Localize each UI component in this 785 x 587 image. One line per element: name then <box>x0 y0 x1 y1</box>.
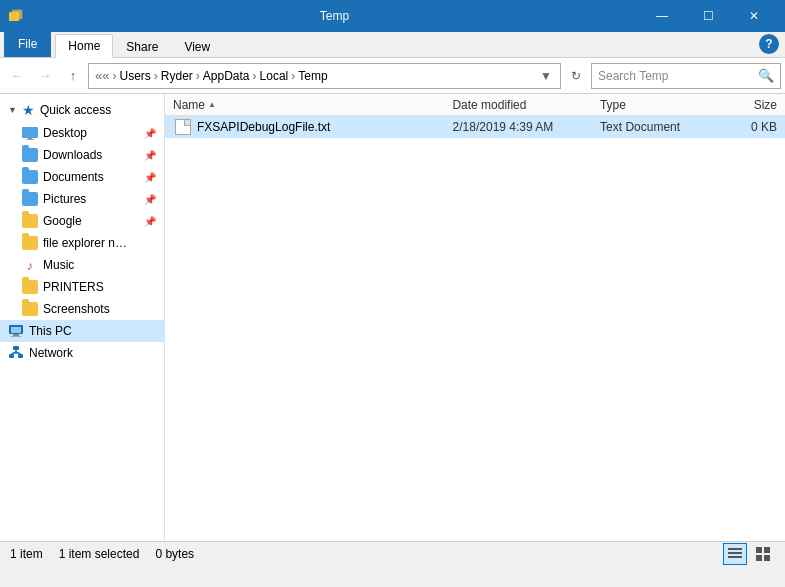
downloads-icon <box>22 147 38 163</box>
view-controls <box>723 543 775 565</box>
tab-share[interactable]: Share <box>113 35 171 58</box>
svg-rect-12 <box>18 354 23 358</box>
screenshots-icon <box>22 301 38 317</box>
tab-file[interactable]: File <box>4 31 51 57</box>
svg-rect-5 <box>26 139 34 140</box>
sidebar-label-desktop: Desktop <box>43 126 87 140</box>
pin-icon-downloads: 📌 <box>144 150 156 161</box>
desktop-icon <box>22 125 38 141</box>
sep5: › <box>291 69 295 83</box>
sidebar-item-network[interactable]: Network <box>0 342 164 364</box>
svg-rect-19 <box>756 547 762 553</box>
sep3: › <box>196 69 200 83</box>
minimize-button[interactable]: — <box>639 0 685 32</box>
col-header-size[interactable]: Size <box>718 98 777 112</box>
window-icon <box>8 8 24 24</box>
column-headers: Name ▲ Date modified Type Size <box>165 94 785 116</box>
sidebar-item-printers[interactable]: PRINTERS <box>0 276 164 298</box>
svg-rect-9 <box>11 336 21 337</box>
col-header-name[interactable]: Name ▲ <box>173 98 452 112</box>
sidebar-item-pictures[interactable]: Pictures 📌 <box>0 188 164 210</box>
svg-rect-17 <box>728 552 742 554</box>
network-icon <box>8 345 24 361</box>
address-dropdown-button[interactable]: ▼ <box>538 69 554 83</box>
sidebar-item-screenshots[interactable]: Screenshots <box>0 298 164 320</box>
svg-rect-18 <box>728 556 742 558</box>
help-button[interactable]: ? <box>759 34 779 54</box>
sidebar-item-this-pc[interactable]: This PC <box>0 320 164 342</box>
svg-rect-11 <box>9 354 14 358</box>
search-box[interactable]: Search Temp 🔍 <box>591 63 781 89</box>
file-list-panel: Name ▲ Date modified Type Size FXSAPIDeb… <box>165 94 785 541</box>
toolbar: ← → ↑ «« › Users › Ryder › AppData › Loc… <box>0 58 785 94</box>
sidebar-item-documents[interactable]: Documents 📌 <box>0 166 164 188</box>
documents-icon <box>22 169 38 185</box>
tab-view[interactable]: View <box>171 35 223 58</box>
close-button[interactable]: ✕ <box>731 0 777 32</box>
google-icon <box>22 213 38 229</box>
sidebar-label-documents: Documents <box>43 170 104 184</box>
chevron-icon: ▼ <box>8 105 17 115</box>
sidebar-label-network: Network <box>29 346 73 360</box>
selected-size: 0 bytes <box>155 547 194 561</box>
qa-star-icon: ★ <box>22 102 35 118</box>
crumb-temp[interactable]: Temp <box>298 69 327 83</box>
file-icon-txt <box>173 119 193 135</box>
sep4: › <box>253 69 257 83</box>
ribbon-tabs: File Home Share View ? <box>0 32 785 58</box>
back-button[interactable]: ← <box>4 63 30 89</box>
tab-home[interactable]: Home <box>55 34 113 58</box>
crumb-users[interactable]: Users <box>119 69 150 83</box>
file-date: 2/18/2019 4:39 AM <box>453 120 600 134</box>
col-header-date[interactable]: Date modified <box>452 98 600 112</box>
col-header-type[interactable]: Type <box>600 98 718 112</box>
pin-icon-desktop: 📌 <box>144 128 156 139</box>
crumb-appdata[interactable]: AppData <box>203 69 250 83</box>
quick-access-header[interactable]: ▼ ★ Quick access <box>0 98 164 122</box>
window-title: Temp <box>30 9 639 23</box>
details-view-button[interactable] <box>723 543 747 565</box>
maximize-button[interactable]: ☐ <box>685 0 731 32</box>
svg-rect-22 <box>764 555 770 561</box>
sidebar-item-downloads[interactable]: Downloads 📌 <box>0 144 164 166</box>
svg-rect-21 <box>756 555 762 561</box>
crumb-local[interactable]: Local <box>260 69 289 83</box>
sidebar-item-google[interactable]: Google 📌 <box>0 210 164 232</box>
search-icon: 🔍 <box>758 68 774 83</box>
sep1: › <box>112 69 116 83</box>
music-icon: ♪ <box>22 257 38 273</box>
svg-rect-3 <box>22 127 38 138</box>
address-bar[interactable]: «« › Users › Ryder › AppData › Local › T… <box>88 63 561 89</box>
large-icons-view-button[interactable] <box>751 543 775 565</box>
pin-icon-pictures: 📌 <box>144 194 156 205</box>
item-count: 1 item <box>10 547 43 561</box>
file-explorer-icon <box>22 235 38 251</box>
back-icon: ← <box>11 68 24 83</box>
up-button[interactable]: ↑ <box>60 63 86 89</box>
title-bar-icons <box>8 8 24 24</box>
title-bar-controls: — ☐ ✕ <box>639 0 777 32</box>
sidebar-item-file-explorer[interactable]: file explorer not resp <box>0 232 164 254</box>
selected-count: 1 item selected <box>59 547 140 561</box>
sidebar-label-printers: PRINTERS <box>43 280 104 294</box>
file-name: FXSAPIDebugLogFile.txt <box>197 120 453 134</box>
sidebar-item-desktop[interactable]: Desktop 📌 <box>0 122 164 144</box>
sidebar-label-file-explorer: file explorer not resp <box>43 236 133 250</box>
sidebar-label-downloads: Downloads <box>43 148 102 162</box>
sidebar-label-pictures: Pictures <box>43 192 86 206</box>
sep2: › <box>154 69 158 83</box>
crumb-ryder[interactable]: Ryder <box>161 69 193 83</box>
status-bar: 1 item 1 item selected 0 bytes <box>0 541 785 565</box>
title-bar: Temp — ☐ ✕ <box>0 0 785 32</box>
forward-button[interactable]: → <box>32 63 58 89</box>
svg-rect-1 <box>12 10 22 19</box>
up-icon: ↑ <box>70 68 77 83</box>
sidebar-label-screenshots: Screenshots <box>43 302 110 316</box>
sidebar-label-this-pc: This PC <box>29 324 72 338</box>
refresh-button[interactable]: ↻ <box>563 63 589 89</box>
svg-rect-10 <box>13 346 19 350</box>
sidebar-item-music[interactable]: ♪ Music <box>0 254 164 276</box>
sidebar-label-google: Google <box>43 214 82 228</box>
file-size: 0 KB <box>718 120 777 134</box>
table-row[interactable]: FXSAPIDebugLogFile.txt 2/18/2019 4:39 AM… <box>165 116 785 138</box>
